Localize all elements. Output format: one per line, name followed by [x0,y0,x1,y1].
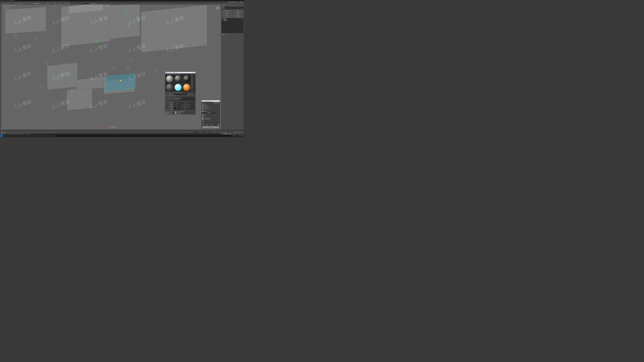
menu-rsitools[interactable]: RSI_Tools [54,2,59,2]
scale-button[interactable]: ◫ [23,3,24,4]
batch-dialog-checkbox[interactable]: Show dialog after export [202,119,219,120]
material-slot-2[interactable] [174,75,182,83]
mod-editpoly[interactable]: Edit Poly [232,10,244,11]
taskbar-app-1[interactable] [10,135,12,137]
viewport-nav-pan[interactable] [239,132,240,133]
pivot-button[interactable]: ◎ [30,3,31,4]
tab-display[interactable] [228,5,230,6]
keyfilters-button[interactable]: Filters... [234,133,237,134]
percent-snap-button[interactable]: % [39,3,40,4]
batch-prompt-checkbox[interactable]: Show prompt before export [202,117,219,118]
stack-configure-button[interactable] [228,34,230,35]
menu-grapheditors[interactable]: Graph Editors [26,2,32,2]
batch-addcollision-checkbox[interactable]: Add collision [202,115,207,116]
selection-filter[interactable]: All [9,3,13,4]
tray-cloud-icon[interactable]: ☁ [230,135,231,136]
material-editor-button[interactable]: ● [64,3,65,4]
menu-animation[interactable]: Animation [22,2,26,2]
get-material-button[interactable] [166,92,167,93]
mated-max-icon[interactable]: ▢ [194,72,194,73]
typein-z[interactable]: Z: 2.463m [206,132,212,133]
cb-ao-reflection[interactable]: AO Affects Reflection [166,113,173,114]
pick-mat-button[interactable] [166,94,167,95]
go-parent-button[interactable] [180,92,182,93]
taskbar-app-7[interactable] [24,135,27,137]
render-setup-button[interactable]: 🍵 [66,3,67,4]
mod-polyselect[interactable]: Poly Select [232,12,244,13]
taskbar-app-10[interactable] [32,135,34,137]
menu-help[interactable]: Help [67,2,70,2]
viewport-perspective[interactable]: [+] [Perspective ] [User Defined ] [Edge… [1,5,221,130]
tray-notifications-icon[interactable]: 💬 [242,135,243,136]
unlink-button[interactable]: ⇹ [6,3,7,4]
batch-about-button[interactable]: About [214,102,216,103]
material-slot-6[interactable] [182,83,190,91]
typein-x[interactable]: X: 0.0m [192,132,198,133]
windows-taskbar[interactable]: ˄ ☁ 🔊 📶 ENG INTL 10:02 PM 3/8/2021 💬 [0,134,244,137]
viewport-nav-grid2[interactable] [239,133,240,134]
stack-pin-button[interactable] [221,34,223,35]
stack-showendresult-button[interactable] [223,34,224,35]
options-button[interactable] [191,84,192,85]
goto-end-button[interactable] [224,132,226,133]
batch-path-input[interactable] [202,124,217,125]
batch-prefix-name-input[interactable] [202,112,207,113]
extra-tool-2[interactable]: ▥ [92,3,93,4]
select-lock-button[interactable] [224,133,225,134]
material-slot-5[interactable] [174,83,182,91]
mated-menu-options[interactable]: Options [174,74,177,74]
tab-create[interactable] [221,5,223,6]
next-frame-button[interactable] [223,132,224,133]
sample-type-button[interactable] [191,75,192,76]
extra-tool-4[interactable]: ▧ [94,3,96,4]
render-button[interactable]: 🍵 [68,3,70,4]
extra-tool-3[interactable]: ▦ [93,3,94,4]
emission-map-button[interactable]: None [177,108,195,109]
select-by-name-button[interactable]: ☰ [15,3,16,4]
batch-format-select[interactable]: FBX [202,121,206,123]
layer-button[interactable]: ≡ [57,3,58,4]
selected-keymode[interactable]: Selected [229,132,232,133]
tab-hierarchy[interactable] [225,5,226,6]
cb-flip-green[interactable]: Normal Flip Green [175,113,182,114]
cb-flip-red[interactable]: Normal Flip Red [175,112,182,113]
viewport-nav-zoom[interactable] [234,132,236,133]
maximize-icon[interactable]: ▢ [240,0,242,1]
modifier-list-dropdown[interactable]: Modifier List [221,8,243,9]
tray-chevron-icon[interactable]: ˄ [230,135,230,136]
tray-language[interactable]: ENG [234,135,236,136]
batch-changename-checkbox[interactable]: Change name [202,111,219,112]
isolate-button[interactable] [222,133,223,134]
taskbar-app-8[interactable] [27,135,29,137]
viewport-nav-fov[interactable] [238,132,239,133]
base-color-swatch[interactable] [174,102,176,103]
menu-create[interactable]: Create [14,2,18,2]
spinner-snap-button[interactable]: ⇅ [40,3,42,4]
mod-vertexpaint[interactable]: VertexPaint [221,10,232,11]
window-crossing-button[interactable]: ▣ [18,3,20,4]
batch-reset-checkbox[interactable]: Reset xForm [202,106,219,107]
stack-remove-button[interactable] [226,34,228,35]
menu-tools[interactable]: Tools [5,2,8,2]
taskbar-app-19[interactable] [54,135,56,137]
mod-volselect[interactable]: Vol. Select [232,13,244,15]
mated-close-icon[interactable]: ✕ [194,72,195,73]
align-button[interactable]: ≣ [55,3,56,4]
menu-file[interactable]: File [0,2,3,2]
mirror-button[interactable]: ⧓ [53,3,55,4]
taskbar-app-2[interactable] [12,135,14,137]
modifier-stack[interactable]: ▸UVW Map Smooth ▸Editable Poly [221,18,243,33]
base-map-button[interactable]: None [177,102,195,103]
uv-tile-button[interactable] [191,80,192,81]
menu-views[interactable]: Views [12,2,14,2]
batch-browse-button[interactable]: ... [218,124,219,125]
close-icon[interactable]: ✕ [242,0,243,1]
menu-scripting[interactable]: Scripting [45,2,49,2]
batch-exporter-panel[interactable]: Ben's Custom Batch Exporter 3 ✕ v1.8.3 A… [202,100,220,129]
mated-menu-navigation[interactable]: Navigation [171,74,174,74]
material-slot-4[interactable] [166,83,174,91]
snap-3d-button[interactable]: 3 [36,3,37,4]
rotate-button[interactable]: ⟲ [22,3,23,4]
menu-substance[interactable]: Substance [59,2,64,2]
taskbar-app-12[interactable] [36,135,39,137]
